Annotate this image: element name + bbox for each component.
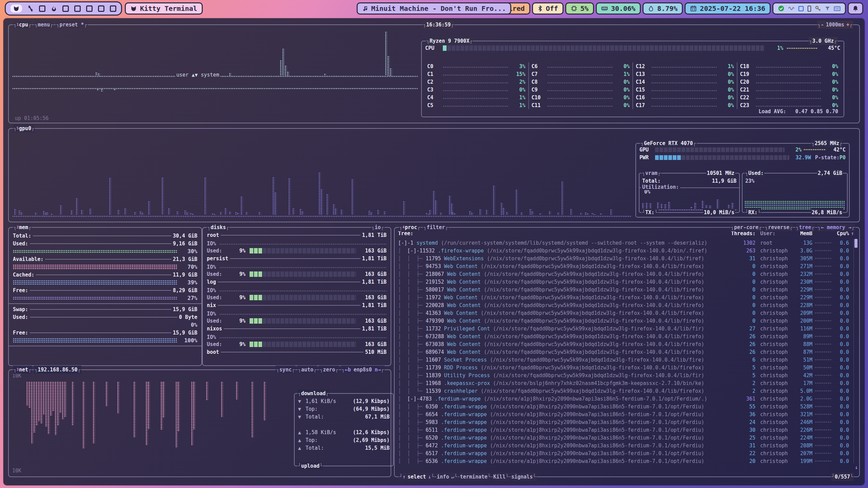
auto-button[interactable]: ┐auto┌ [297, 366, 317, 374]
process-row[interactable]: │ │ ├─ 5983 .ferdium-wrappe (/nix/store/… [398, 418, 856, 426]
process-row[interactable]: │ [-]-11532 .firefox-wrappe (/nix/store/… [398, 247, 856, 255]
process-row[interactable]: │ │ ├─ 94753 Web Content (/nix/store/fqa… [398, 262, 856, 270]
process-row[interactable]: │ │ ├─ 6350 .ferdium-wrappe (/nix/store/… [398, 403, 856, 410]
clock-pill[interactable]: 2025-07-22 16:36 [685, 2, 771, 15]
memory-pill[interactable]: 30.06% [596, 2, 641, 15]
workspace-switcher[interactable] [5, 1, 122, 16]
process-row[interactable]: │ │ ├─ 11607 Socket Process (/nix/store/… [398, 356, 856, 364]
load-average: Load AVG: 0.47 0.85 0.70 [758, 108, 838, 115]
tab-cpu[interactable]: ┐1cpu┌ [13, 21, 32, 29]
process-list: [-]-1 systemd (/run/current-system/syste… [398, 239, 856, 464]
workspace-icon[interactable] [86, 5, 93, 12]
window-title-tab[interactable]: Kitty Terminal [125, 2, 203, 15]
interface-switcher[interactable]: ┐←benp8s0n→┌ [341, 366, 384, 374]
update-interval-control[interactable]: ┐-1000ms+┌ [817, 21, 853, 29]
media-player-pill[interactable]: Minuit Machine - Don't Run Fro... [357, 2, 511, 15]
core-meter [756, 105, 822, 107]
process-row[interactable]: │ │ ├─ 220028 Web Content (/nix/store/fq… [398, 301, 856, 309]
process-row[interactable]: │ │ ├─ 6511 .ferdium-wrappe (/nix/store/… [398, 426, 856, 434]
sync-button[interactable]: ┐sync┌ [276, 366, 295, 374]
tab-gpu[interactable]: ┐5gpu0┌ [13, 124, 35, 133]
scroll-down-icon[interactable]: ↓ [855, 464, 858, 470]
process-row[interactable]: │ │ ├─ 6472 .ferdium-wrappe (/nix/store/… [398, 442, 856, 449]
wave-icon[interactable] [788, 6, 795, 11]
notifications-pill[interactable] [848, 2, 863, 15]
cpu-detail-box: ┐Ryzen 9 7900X┌ ┐3.0 GHz┌ CPU 1% 45°C C0… [421, 41, 844, 117]
io-mode-button[interactable]: ┐io┌ [371, 223, 384, 231]
vram-box: ┐vram┌ 10501 MHz Total: 11,9 GiB Utiliza… [639, 173, 740, 213]
stat-label: Free: [13, 287, 28, 293]
process-row[interactable]: │ │ ├─ 673038 Web Content (/nix/store/fq… [398, 340, 856, 348]
menu-button[interactable]: ┐menu┌ [34, 21, 54, 29]
cpu-usage: 5% [580, 4, 589, 13]
workspace-icon[interactable] [74, 5, 81, 12]
zero-button[interactable]: ┐zero┌ [319, 366, 339, 374]
cpu-core: C41% [427, 94, 526, 101]
process-row[interactable]: │ │ ├─ 6517 .ferdium-wrappe (/nix/store/… [398, 449, 856, 457]
stat-label: Swap: [13, 306, 28, 312]
process-row[interactable]: │ │ ├─ 6520 .ferdium-wrappe (/nix/store/… [398, 434, 856, 442]
disk-io-meter [219, 290, 387, 292]
workspace-active[interactable] [11, 4, 22, 13]
kill-action[interactable]: Kill└ [493, 473, 509, 481]
process-row[interactable]: │ │ ├─ 11839 Utility Process (/nix/store… [398, 371, 856, 379]
cpu-core: C170% [636, 101, 734, 109]
key-icon[interactable] [815, 5, 821, 12]
process-row[interactable]: │ │ ├─ 689674 Web Content (/nix/store/fq… [398, 348, 856, 356]
tab-disks[interactable]: ┐disks┌ [207, 223, 230, 231]
process-row[interactable]: │ │ ├─ 673288 Web Content (/nix/store/fq… [398, 332, 856, 340]
workspace-icon[interactable] [39, 5, 45, 12]
process-row[interactable]: │ │ ├─ 11972 Web Content (/nix/store/fqa… [398, 293, 856, 301]
process-row[interactable]: │ │ ├─ 6536 .ferdium-wrappe (/nix/store/… [398, 457, 856, 464]
per-core-toggle[interactable]: ┐per-core┌ [730, 223, 762, 231]
reverse-toggle[interactable]: ┐reverse┌ [764, 223, 793, 231]
process-row[interactable]: │ │ ├─ 580017 Web Content (/nix/store/fq… [398, 286, 856, 293]
filter-button[interactable]: ┐filter┌ [423, 223, 449, 231]
bell-icon [852, 5, 859, 12]
flame-icon[interactable] [51, 5, 57, 12]
tab-mem[interactable]: ┐2mem┌ [13, 223, 32, 231]
cpu-pill[interactable]: 5% [565, 2, 594, 15]
tree-toggle[interactable]: ┐tree┌ [795, 223, 815, 231]
preset-button[interactable]: ┐preset *┌ [56, 21, 87, 29]
process-row[interactable]: │ │ ├─ 11739 RDD Process (/nix/store/fqa… [398, 364, 856, 371]
info-action[interactable]: info↵└ [436, 473, 458, 481]
keyboard-icon[interactable] [834, 6, 841, 11]
process-row[interactable]: │ │ └─ 11539 crashhelper (/nix/store/fqa… [398, 387, 856, 395]
system-tray[interactable] [772, 2, 846, 15]
funnel-icon[interactable] [825, 6, 830, 12]
scrollbar-thumb[interactable] [854, 239, 857, 248]
process-row[interactable]: │ │ ├─ 479390 Web Content (/nix/store/fq… [398, 317, 856, 325]
process-row[interactable]: │ │ ├─ 11795 WebExtensions (/nix/store/f… [398, 255, 856, 262]
process-row[interactable]: │ │ ├─ 218067 Web Content (/nix/store/fq… [398, 270, 856, 278]
tab-net[interactable]: ┐3net┌ [13, 366, 32, 374]
disk-used-meter [250, 318, 356, 324]
process-scrollbar[interactable] [853, 239, 857, 464]
select-action[interactable]: ┘↑select↓└ [399, 473, 435, 481]
phone-icon[interactable] [807, 5, 811, 12]
process-row[interactable]: [-]-1 systemd (/run/current-system/syste… [398, 239, 856, 247]
disk-size: 1,81 TiB [362, 232, 387, 238]
terminate-action[interactable]: terminate└ [459, 473, 491, 481]
process-row[interactable]: │ │ ├─ 6654 .ferdium-wrappe (/nix/store/… [398, 410, 856, 418]
tab-proc[interactable]: ┐4proc┌ [399, 223, 421, 231]
memory-stat-bar: 100% [9, 337, 201, 344]
process-row[interactable]: │ [-]-4783 .ferdium-wrappe (/nix/store/a… [398, 395, 856, 403]
process-row[interactable]: │ │ ├─ 11732 Privileged Cont (/nix/store… [398, 325, 856, 332]
workspace-icon[interactable] [110, 5, 116, 12]
process-row[interactable]: │ │ ├─ 41363 Web Content (/nix/store/fqa… [398, 309, 856, 317]
disks-panel: ┐disks┌ ┐io┌ root1,81 TiBIO%Used:9%163 G… [202, 227, 391, 366]
nix-icon[interactable] [27, 5, 34, 12]
core-meter [651, 82, 717, 84]
process-row[interactable]: │ │ ├─ 219152 Web Content (/nix/store/fq… [398, 278, 856, 286]
process-row[interactable]: │ │ ├─ 11968 .keepassxc-prox (/nix/store… [398, 379, 856, 387]
bluetooth-pill[interactable]: Off [532, 2, 564, 15]
workspace-icon[interactable] [98, 5, 104, 12]
check-circle-icon[interactable] [778, 5, 785, 12]
signals-action[interactable]: signals└ [511, 473, 536, 481]
sort-column-switcher[interactable]: ┐← memory →┌ [817, 223, 855, 231]
workspace-icon[interactable] [62, 5, 69, 12]
bluetooth-icon [537, 5, 543, 12]
disk-pill[interactable]: 8.79% [643, 2, 683, 15]
app-square-icon[interactable] [798, 6, 804, 12]
